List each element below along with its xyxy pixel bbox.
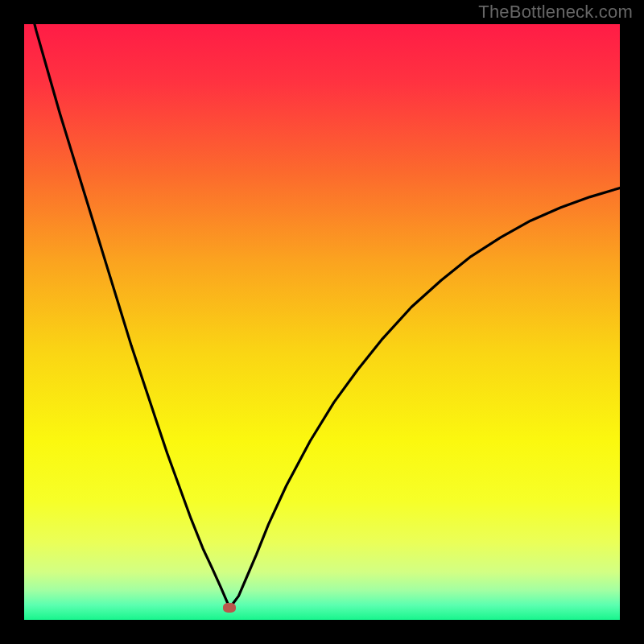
plot-area: [24, 24, 620, 620]
watermark-text: TheBottleneck.com: [478, 2, 633, 23]
bottleneck-curve: [24, 24, 620, 608]
curve-layer: [24, 24, 620, 620]
chart-frame: TheBottleneck.com: [0, 0, 644, 644]
optimal-point-marker: [223, 603, 236, 613]
